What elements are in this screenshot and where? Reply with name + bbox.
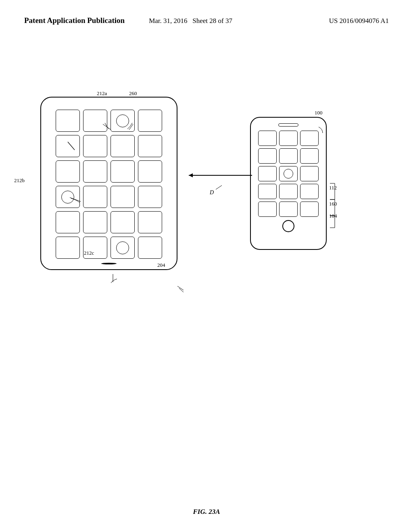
header-date: Mar. 31, 2016 Sheet 28 of 37: [149, 17, 232, 25]
phone-app-icon: [300, 148, 319, 164]
phone-device: [250, 117, 327, 250]
tablet-app-icon: [56, 135, 80, 157]
patent-number: US 2016/0094076 A1: [329, 17, 389, 25]
tablet-app-icon: [56, 237, 80, 259]
ref-D-label: D: [210, 189, 214, 196]
tablet-app-grid: [56, 110, 162, 259]
tablet-app-icon: [83, 160, 107, 183]
phone-app-icon: [258, 166, 277, 181]
ref-212c-label: 212c: [84, 250, 94, 256]
tablet-app-icon: [83, 110, 107, 132]
figure-caption: FIG. 23A: [193, 508, 220, 516]
ref-212b-label: 212b: [14, 177, 25, 184]
phone-app-icon-112: [279, 166, 298, 181]
tablet-app-icon: [138, 135, 162, 157]
tablet-app-icon: [111, 186, 135, 208]
ref-204-label: 204: [157, 262, 165, 268]
phone-app-icon: [300, 202, 319, 217]
tablet-app-icon: [56, 160, 80, 183]
ref-104-label: 104: [329, 213, 337, 219]
ref-212a: 212a: [97, 90, 107, 97]
patent-label: Patent Application Publication: [24, 16, 125, 25]
phone-home-button[interactable]: [282, 220, 294, 232]
tablet-app-icon: [138, 160, 162, 183]
phone-app-grid: [258, 131, 319, 217]
phone-app-icon: [300, 166, 319, 181]
tablet-app-icon: [56, 211, 80, 233]
page-header: Patent Application Publication Mar. 31, …: [0, 16, 413, 25]
tablet-app-icon: [83, 211, 107, 233]
phone-app-icon: [300, 131, 319, 146]
phone-app-icon: [279, 131, 298, 146]
diagram-area: 200╲ 212a 260: [0, 64, 413, 500]
ref-100-label: 100: [315, 110, 323, 116]
tablet-app-icon: [111, 211, 135, 233]
phone-app-icon: [258, 131, 277, 146]
tablet-app-icon: [111, 135, 135, 157]
phone-app-icon: [279, 184, 298, 199]
ref-112-label: 112: [329, 185, 337, 191]
phone-app-icon: [258, 148, 277, 164]
tablet-app-icon: [138, 110, 162, 132]
tablet-device: 212a 260: [40, 97, 177, 270]
tablet-app-icon-212c: [111, 237, 135, 259]
tablet-app-icon-212b: [56, 186, 80, 208]
ref-160-label: 160: [329, 201, 337, 207]
phone-app-icon: [300, 184, 319, 199]
tablet-app-icon: [111, 160, 135, 183]
phone-speaker: [278, 123, 298, 127]
tablet-home-button[interactable]: [101, 263, 117, 264]
tablet-app-icon: [138, 237, 162, 259]
tablet-app-icon: [138, 211, 162, 233]
tablet-app-icon-212a: [111, 110, 135, 132]
phone-app-icon: [279, 148, 298, 164]
phone-app-icon: [258, 184, 277, 199]
phone-app-icon: [258, 202, 277, 217]
tablet-device-container: 212a 260: [40, 97, 177, 270]
ref-260: 260: [129, 90, 137, 97]
tablet-app-icon: [83, 135, 107, 157]
phone-app-icon: [279, 202, 298, 217]
tablet-app-icon: [56, 110, 80, 132]
tablet-app-icon: [83, 186, 107, 208]
tablet-app-icon: [138, 186, 162, 208]
phone-device-container: 100: [250, 117, 339, 250]
